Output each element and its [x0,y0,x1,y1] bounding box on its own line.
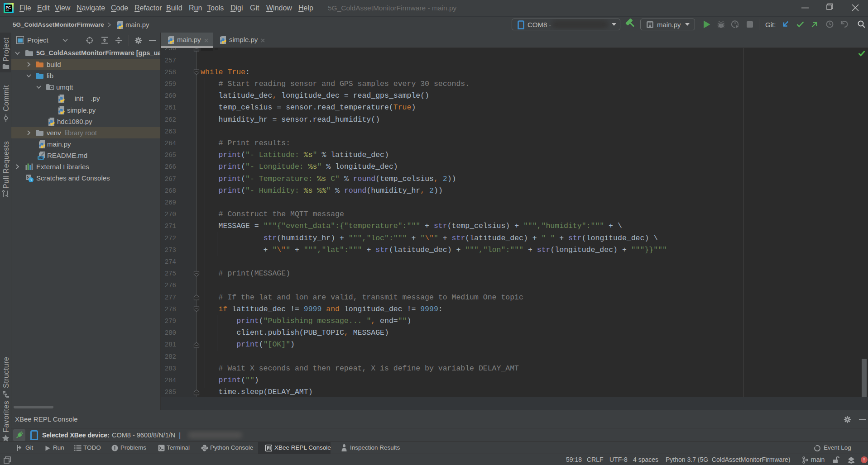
svg-text:PC: PC [5,5,11,10]
svg-text:MD: MD [38,156,43,159]
